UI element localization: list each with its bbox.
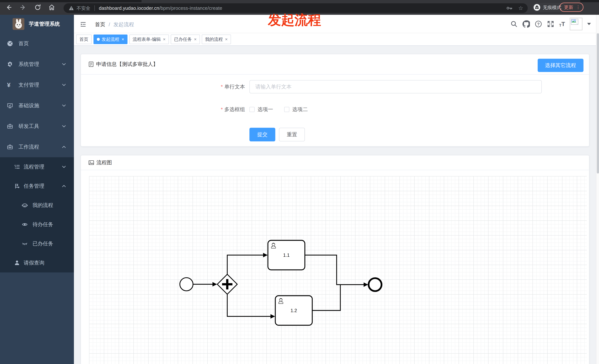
checkbox-option2[interactable]	[284, 107, 289, 112]
fullscreen-icon[interactable]	[547, 20, 554, 28]
sidebar-item-workflow[interactable]: 工作流程	[0, 137, 74, 157]
sidebar-item-leave-query[interactable]: 请假查询	[0, 253, 74, 272]
not-secure-label[interactable]: 不安全	[77, 5, 90, 11]
bpmn-diagram: 1.1 1.2	[89, 176, 587, 364]
sidebar-item-todo-tasks[interactable]: 待办任务	[0, 215, 74, 234]
choose-other-process-button[interactable]: 选择其它流程	[538, 59, 583, 72]
form-row-single-line: *单行文本	[81, 80, 589, 93]
task-flag-icon	[14, 183, 20, 189]
tag-my-process[interactable]: 我的流程 ×	[202, 34, 231, 44]
sidebar-logo-row[interactable]: 芋道管理系统	[0, 15, 74, 33]
flow-task1-to-end[interactable]	[305, 255, 368, 285]
address-bar[interactable]: 不安全 dashboard.yudao.iocoder.cn/bpm/proce…	[63, 3, 528, 13]
checkbox-option1[interactable]	[249, 107, 255, 112]
sidebar-item-system[interactable]: 系统管理	[0, 54, 74, 75]
flow-task2-to-end[interactable]	[312, 285, 340, 311]
tag-close-icon[interactable]: ×	[163, 37, 166, 42]
end-event-node[interactable]	[369, 278, 381, 291]
browser-home-icon[interactable]	[48, 4, 55, 11]
user-task-1-label: 1.1	[283, 253, 290, 258]
tag-home[interactable]: 首页	[76, 34, 92, 44]
tag-close-icon[interactable]: ×	[194, 37, 197, 42]
font-size-icon[interactable]: TT	[559, 21, 565, 27]
github-icon[interactable]	[522, 20, 530, 28]
tag-label: 首页	[79, 35, 88, 44]
help-icon[interactable]: ?	[535, 20, 542, 28]
form-row-checkbox-group: *多选框组 选项一 选项二	[81, 106, 589, 113]
sidebar-item-payment[interactable]: ¥ 支付管理	[0, 75, 74, 95]
scrollbar-thumb[interactable]	[597, 33, 599, 174]
apply-card-header: 申请信息【测试多审批人】	[81, 54, 589, 75]
checkbox-option1-label[interactable]: 选项一	[257, 106, 273, 113]
sidebar-item-process-management[interactable]: 流程管理	[0, 157, 74, 177]
active-dot	[97, 38, 100, 41]
picture-icon	[88, 160, 94, 165]
sidebar-item-label: 支付管理	[18, 81, 39, 88]
apply-card-title: 申请信息【测试多审批人】	[96, 61, 158, 68]
window-top-strip	[0, 0, 599, 2]
sidebar-item-label: 研发工具	[18, 123, 39, 130]
checkbox-option2-label[interactable]: 选项二	[292, 106, 308, 113]
sidebar-item-label: 流程管理	[24, 163, 44, 170]
browser-update-button[interactable]: 更新 ⋮	[559, 3, 583, 12]
form-document-icon	[88, 61, 94, 67]
tag-done-tasks[interactable]: 已办任务 ×	[171, 34, 200, 44]
tags-view: 首页 发起流程 × 流程表单-编辑 × 已办任务 × 我的流程 ×	[74, 33, 599, 46]
breadcrumb-home[interactable]: 首页	[95, 21, 105, 28]
chevron-down-icon	[62, 104, 66, 107]
not-secure-warning-icon	[69, 6, 74, 10]
sidebar-item-home[interactable]: 首页	[0, 33, 74, 54]
start-event-node[interactable]	[180, 278, 193, 291]
tag-close-icon[interactable]: ×	[225, 37, 228, 42]
avatar[interactable]	[570, 18, 582, 30]
sidebar: 芋道管理系统 首页 系统管理 ¥ 支付管理	[0, 15, 74, 364]
page-scrollbar[interactable]	[596, 15, 599, 364]
incognito-icon	[534, 4, 540, 11]
breadcrumb-current: 发起流程	[114, 21, 134, 28]
incognito-label: 无痕模式	[543, 4, 561, 10]
bookmark-star-icon[interactable]: ☆	[518, 5, 523, 11]
browser-back-icon[interactable]	[5, 4, 13, 11]
sidebar-item-done-tasks[interactable]: 已办任务	[0, 234, 74, 253]
checkbox-group-label: *多选框组	[81, 106, 249, 113]
avatar-caret-icon[interactable]	[587, 23, 591, 25]
user-icon	[14, 260, 20, 266]
sidebar-item-my-process[interactable]: 我的流程	[0, 196, 74, 215]
gear-icon	[7, 61, 13, 67]
tag-close-icon[interactable]: ×	[122, 37, 124, 42]
url-text[interactable]: dashboard.yudao.iocoder.cn/bpm/process-i…	[99, 5, 222, 11]
sidebar-item-label: 待办任务	[33, 221, 53, 228]
tag-label: 我的流程	[205, 35, 223, 44]
dashboard-icon	[7, 41, 13, 47]
required-asterisk: *	[221, 107, 223, 112]
search-icon[interactable]	[510, 20, 518, 28]
tag-launch-process[interactable]: 发起流程 ×	[94, 34, 127, 44]
browser-reload-icon[interactable]	[34, 4, 41, 11]
workflow-submenu: 流程管理 任务管理	[0, 157, 74, 272]
password-key-icon[interactable]	[506, 5, 513, 11]
single-line-input[interactable]	[249, 80, 542, 93]
flow-gateway-to-task2[interactable]	[227, 294, 274, 316]
browser-menu-dots-icon[interactable]: ⋮	[576, 5, 580, 9]
submit-button[interactable]: 提交	[249, 128, 275, 141]
chevron-down-icon	[62, 125, 66, 127]
sidebar-item-label: 系统管理	[18, 61, 39, 68]
sidebar-item-infrastructure[interactable]: 基础设施	[0, 95, 74, 116]
chevron-down-icon	[62, 63, 66, 65]
breadcrumb: 首页 / 发起流程	[95, 21, 134, 28]
tag-label: 发起流程	[102, 35, 119, 44]
apply-info-card: 申请信息【测试多审批人】 选择其它流程 *单行文本 *多选框组 选项一 选项二	[80, 54, 589, 147]
reset-button[interactable]: 重置	[279, 128, 305, 141]
omnibox-divider	[94, 5, 95, 11]
bpmn-canvas[interactable]: 1.1 1.2	[89, 176, 587, 364]
tag-label: 流程表单-编辑	[133, 35, 161, 44]
browser-forward-icon[interactable]	[19, 4, 26, 11]
sidebar-item-task-management[interactable]: 任务管理	[0, 177, 74, 196]
flow-gateway-to-task1[interactable]	[227, 255, 267, 274]
tag-process-form-edit[interactable]: 流程表单-编辑 ×	[129, 34, 169, 44]
sidebar-toggle-icon[interactable]	[80, 21, 86, 27]
diagram-card-header: 流程图	[81, 155, 589, 170]
sidebar-item-dev-tools[interactable]: 研发工具	[0, 116, 74, 137]
update-label: 更新	[564, 4, 573, 10]
sidebar-item-label: 已办任务	[33, 240, 53, 247]
